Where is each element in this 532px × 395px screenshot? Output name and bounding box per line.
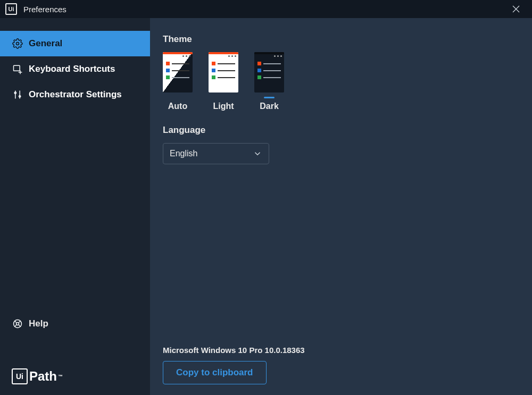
sidebar-help-label: Help [29, 318, 48, 329]
sidebar-nav: General Keyboard Shortcuts Orchestrator … [0, 18, 150, 311]
theme-options: Auto Light [163, 52, 532, 111]
theme-thumb-dark [254, 52, 284, 93]
theme-option-dark[interactable]: Dark [254, 52, 284, 111]
language-select[interactable]: English [163, 143, 269, 164]
theme-thumb-auto [163, 52, 193, 93]
sidebar-item-general[interactable]: General [0, 31, 150, 56]
gear-icon [12, 38, 23, 49]
sidebar: General Keyboard Shortcuts Orchestrator … [0, 18, 150, 395]
copy-to-clipboard-button[interactable]: Copy to clipboard [163, 361, 267, 384]
language-heading: Language [163, 125, 532, 136]
svg-point-2 [16, 43, 19, 45]
svg-point-11 [16, 323, 19, 325]
close-button[interactable] [505, 0, 527, 18]
language-selected-value: English [170, 149, 197, 158]
sidebar-item-label: General [29, 38, 62, 49]
window-title: Preferences [23, 5, 505, 14]
theme-label: Dark [260, 102, 279, 111]
theme-thumb-light [209, 52, 238, 93]
app-icon: Ui [5, 3, 17, 15]
brand-logo: Ui Path ™ [0, 358, 150, 395]
titlebar: Ui Preferences [0, 0, 532, 18]
theme-option-light[interactable]: Light [209, 52, 238, 111]
sidebar-item-label: Orchestrator Settings [29, 89, 122, 100]
sidebar-item-label: Keyboard Shortcuts [29, 64, 115, 74]
brand-text: Path [29, 369, 57, 384]
chevron-down-icon [253, 149, 262, 158]
brand-tm: ™ [58, 374, 63, 379]
theme-label: Auto [168, 102, 187, 111]
brand-box: Ui [12, 368, 28, 384]
close-icon [512, 5, 520, 13]
os-info: Microsoft Windows 10 Pro 10.0.18363 [163, 346, 532, 355]
sliders-icon [12, 89, 23, 100]
sidebar-help[interactable]: Help [0, 311, 150, 337]
sidebar-item-keyboard-shortcuts[interactable]: Keyboard Shortcuts [0, 56, 150, 82]
theme-option-auto[interactable]: Auto [163, 52, 193, 111]
help-icon [12, 318, 23, 329]
sidebar-item-orchestrator-settings[interactable]: Orchestrator Settings [0, 82, 150, 107]
theme-heading: Theme [163, 34, 532, 45]
main-panel: Theme Auto [150, 18, 532, 395]
svg-rect-3 [14, 65, 20, 71]
theme-label: Light [213, 102, 234, 111]
keyboard-shortcut-icon [12, 64, 23, 74]
